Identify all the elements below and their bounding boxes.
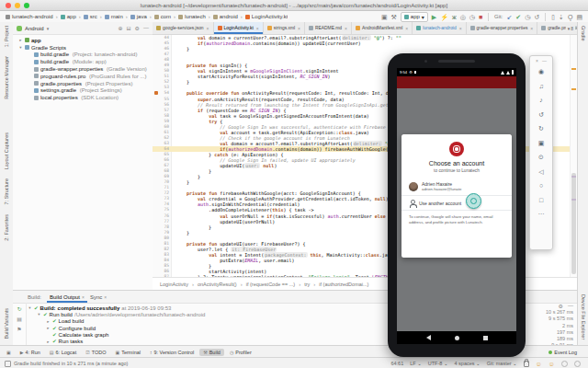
emulator-volume-down-icon[interactable]: ♪ (539, 93, 543, 108)
emulator-volume-up-icon[interactable]: ♫ (538, 79, 543, 94)
tree-item[interactable]: gradle-wrapper.properties (Gradle Versio… (13, 65, 153, 73)
emulator-rotate-right-icon[interactable]: ↻ (538, 121, 544, 136)
run-icon[interactable]: ▶ (432, 14, 436, 20)
tool-window-button[interactable]: ⚒Build (199, 349, 224, 356)
breadcrumb-item[interactable]: android (213, 14, 238, 19)
emulator-screenshot-icon[interactable]: ▣ (538, 136, 545, 151)
avd-manager-icon[interactable]: ▯ (551, 14, 555, 20)
emulator-close-icon[interactable]: × (536, 58, 538, 63)
emulator-more-icon[interactable]: ⋯ (538, 207, 545, 222)
pin-icon[interactable]: ⚑ (17, 326, 21, 332)
status-widget[interactable]: Git: master ⌄ (487, 361, 517, 366)
run-configuration-selector[interactable]: app▾ (401, 12, 428, 22)
highlighting-smiley-icon[interactable]: ☺ (536, 361, 542, 367)
editor-tab[interactable]: google-services.json× (153, 22, 214, 34)
emulator-minimize-icon[interactable]: — (542, 58, 547, 63)
nav-overview-icon[interactable] (483, 336, 488, 340)
breadcrumb-item[interactable]: lunatech (178, 14, 206, 19)
tool-window-stripe-button[interactable]: Gradle (581, 26, 586, 41)
tree-item[interactable]: proguard-rules.pro (ProGuard Rules for .… (13, 73, 153, 80)
search-everywhere-icon[interactable]: Ǫ (568, 14, 572, 20)
tool-window-button[interactable]: ▣Terminal (111, 349, 144, 356)
restore-window-icon[interactable]: ▣ (381, 14, 388, 20)
nav-back-icon[interactable] (426, 335, 431, 340)
history-icon[interactable]: ◷ (525, 14, 530, 20)
tree-item[interactable]: build.gradle (Project: lunatech-android) (13, 52, 153, 59)
breadcrumb-item[interactable]: com (154, 14, 171, 19)
breadcrumb-item[interactable]: src (84, 14, 97, 19)
status-widget[interactable]: 4 spaces ⌄ (455, 361, 481, 366)
breadcrumb-item[interactable]: lunatech-android (6, 14, 53, 19)
expand-arrow-icon[interactable]: ▾ (37, 312, 41, 316)
emulator-power-icon[interactable]: ◉ (538, 64, 544, 79)
expand-arrow-icon[interactable]: ▾ (18, 45, 23, 50)
build-panel-tab[interactable]: Build Output× (47, 291, 87, 303)
editor-tab[interactable]: AndroidManifest.xml× (352, 22, 413, 34)
layout-editor-icon[interactable]: ▤ (576, 14, 582, 20)
tool-window-stripe-button[interactable]: 7: Structure (4, 178, 9, 204)
editor-tab[interactable]: gradle-wrapper.properties× (467, 22, 538, 34)
hammer-build-icon[interactable]: ⚒ (391, 14, 397, 20)
expand-arrow-icon[interactable]: ▸ (18, 38, 23, 42)
expand-arrow-icon[interactable]: ▸ (46, 326, 51, 330)
editor-breadcrumb-item[interactable]: onActivityResult() (198, 282, 237, 287)
apply-changes-icon[interactable]: ⚡ (440, 14, 448, 20)
editor-tab[interactable]: lunatech-android× (413, 22, 466, 34)
breadcrumb-item[interactable]: main (105, 14, 123, 19)
expand-arrow-icon[interactable]: ▸ (46, 319, 51, 324)
status-widget[interactable]: LF ⌄ (410, 361, 422, 366)
tool-window-stripe-button[interactable]: Build Variants (4, 308, 9, 339)
emulator-home-icon[interactable]: ○ (539, 178, 543, 193)
editor-breadcrumb-item[interactable]: try (304, 282, 310, 287)
tool-window-stripe-button[interactable]: 2: Favorites (4, 214, 9, 241)
sdk-manager-icon[interactable]: ⇣ (559, 14, 564, 20)
close-tab-icon[interactable]: × (298, 26, 300, 31)
close-tab-icon[interactable]: × (405, 26, 408, 31)
debug-icon[interactable]: ж (452, 14, 457, 20)
hidden-tabs-dropdown[interactable]: ▾8 (566, 22, 575, 34)
breadcrumb-item[interactable]: LoginActivity.kt (245, 14, 288, 19)
expand-arrow-icon[interactable]: ▸ (46, 339, 51, 344)
tool-window-button[interactable]: ▤6: Logcat (46, 349, 80, 356)
filter-icon[interactable]: ▤ (17, 316, 22, 322)
breadcrumb-item[interactable]: app (61, 14, 76, 19)
close-tab-icon[interactable]: × (256, 26, 259, 31)
editor-breadcrumb-item[interactable]: if (requestCode == ...) (246, 282, 296, 287)
expand-arrow-icon[interactable]: ▾ (28, 305, 32, 310)
status-widget[interactable]: UTF-8 ⌄ (428, 361, 448, 366)
editor-breadcrumb-item[interactable]: LoginActivity (160, 282, 188, 287)
emulator-overview-icon[interactable]: □ (539, 193, 543, 208)
tree-item[interactable]: gradle.properties (Project Properties) (13, 80, 153, 87)
nav-home-icon[interactable] (455, 336, 459, 340)
emulator-zoom-icon[interactable]: ⊙ (538, 150, 544, 165)
tree-item[interactable]: settings.gradle (Project Settings) (13, 87, 153, 95)
close-tab-icon[interactable]: × (459, 26, 462, 31)
tool-window-button[interactable]: ↕9: Version Control (146, 349, 198, 356)
tool-window-stripe-button[interactable]: Device File Explorer (581, 294, 586, 339)
project-view-selector[interactable]: Android (25, 26, 44, 31)
tree-item[interactable]: ▾Gradle Scripts (13, 44, 153, 52)
emulator-back-icon[interactable]: ◁ (538, 165, 543, 179)
settings-gear-icon[interactable]: ⚙ (135, 25, 140, 31)
emulator-rotate-left-icon[interactable]: ↺ (538, 108, 544, 122)
tool-window-stripe-button[interactable]: Resource Manager (4, 56, 9, 99)
editor-breadcrumb-item[interactable]: if (authorizedDomai...) (319, 282, 368, 287)
tree-item[interactable]: build.gradle (Module: app) (13, 58, 153, 65)
close-tab-icon[interactable]: × (345, 26, 347, 31)
tool-window-switcher-icon[interactable]: ▣ (3, 349, 15, 356)
tree-item[interactable]: local.properties (SDK Location) (13, 94, 153, 101)
tool-window-stripe-button[interactable]: Layout Captures (4, 132, 9, 169)
tree-item[interactable]: ▸app (13, 37, 153, 44)
build-panel-tab[interactable]: Sync× (87, 291, 109, 303)
close-tab-icon[interactable]: × (207, 26, 209, 31)
editor-tab[interactable]: README.md× (305, 22, 352, 34)
tool-window-button[interactable]: ◷Profiler (226, 349, 255, 356)
profiler-icon[interactable]: ◷ (469, 14, 475, 20)
phone-screen[interactable]: 9:54 ⚙ Choose an account to continue to … (397, 68, 516, 344)
use-another-account-button[interactable]: Use another account (401, 196, 512, 211)
restart-build-icon[interactable]: ↻ (17, 305, 21, 312)
commit-icon[interactable]: ✔ (515, 14, 521, 20)
tool-window-button[interactable]: ▶4: Run (17, 349, 44, 356)
stop-icon[interactable]: ■ (479, 14, 482, 20)
tool-window-button[interactable]: ☑TODO (82, 349, 109, 356)
